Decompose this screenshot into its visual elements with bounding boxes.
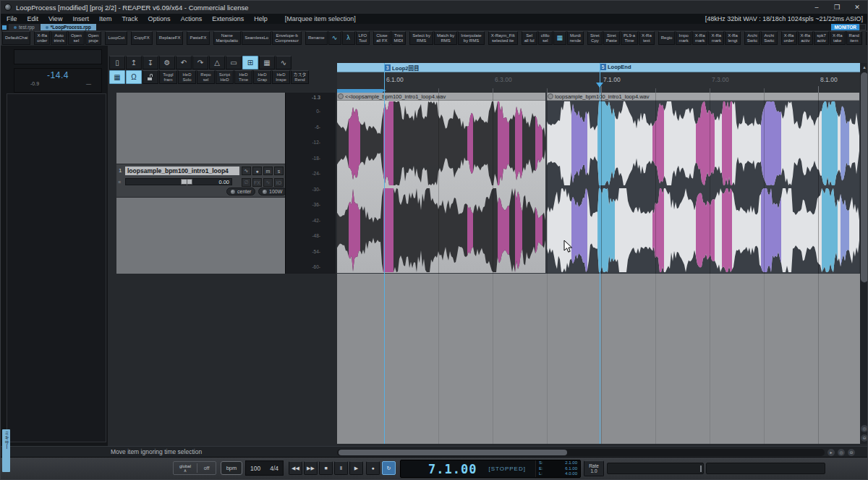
toolbar-button-loopcut[interactable]: LoopCut [105,31,127,45]
item-envelope-icon[interactable]: ∿ [328,31,341,45]
icon-toolbar-button-hed-grap[interactable]: HeD Grap [253,70,271,84]
icon-toolbar-button-script-hed[interactable]: Script HeD [216,70,234,84]
time-signature[interactable]: 4/4 [270,465,278,472]
icon-toolbar-button-toggl-fram[interactable]: Toggl fram [159,70,177,84]
rewind-button[interactable]: ◀◀ [289,461,302,475]
marker-flag[interactable]: 5 [600,64,606,70]
phase-button[interactable]: ∅ [242,178,251,187]
toolbar-button-48kh[interactable]: 48kH [866,31,867,45]
toolbar-button-x-ra-order[interactable]: X-Ra order [781,31,797,45]
toolbar-button-rand-item[interactable]: Rand item [846,31,862,45]
fx-button[interactable]: FX [252,178,262,187]
menu-item[interactable]: Item [99,15,112,22]
toolbar-button-trim-midi[interactable]: Trim MIDI [391,31,407,45]
toolbar-button-x-ra-mark[interactable]: X-Ra mark [692,31,708,45]
take-envelope-icon[interactable]: λ [342,31,355,45]
menu-help[interactable]: Help [254,15,268,22]
zoom-out-vertical-button[interactable]: ⊖ [861,434,868,442]
toolbar-button-pl9-a-time[interactable]: PL9-a Time [621,31,638,45]
pan-knob[interactable]: center [226,188,255,195]
toolbar-button-lfo-tool[interactable]: LFO Tool [356,31,370,45]
volume-slider-handle[interactable] [181,179,192,185]
menu-insert[interactable]: Insert [72,15,89,22]
toolbar-button-x-ra-lengt[interactable]: X-Ra lengt [725,31,741,45]
playrate-slider-extension[interactable] [706,463,825,474]
tempo-value[interactable]: 100 [250,465,260,472]
settings-gear-icon[interactable]: ⚙ [159,56,175,70]
toolbar-button-stret-paste[interactable]: Stret Paste [603,31,620,45]
toolbar-button-seamlesslo[interactable]: SeamlessLo [242,31,271,45]
horizontal-scrollbar-thumb[interactable] [339,450,567,455]
record-arm-button[interactable]: ● [252,167,262,175]
routing-button[interactable]: ∿ [263,178,273,187]
icon-toolbar-button-hed-time[interactable]: HeD Time [234,70,252,84]
toolbar-button-mordi-rende[interactable]: Mordi rende [567,31,584,45]
marker-loopend[interactable]: 5LoopEnd [600,64,631,70]
scroll-up-icon[interactable]: ▴ [860,63,868,72]
track-1-panel[interactable]: 1 ≡ loopsample_bpm100_intro1_loop4 ∿ ● m… [116,164,285,198]
media-item-2-waveform[interactable] [547,101,859,273]
toolbar-button-envelope-b-compressor[interactable]: Envelope-b Compressor [272,31,302,45]
playback-position-display[interactable]: 7.1.00 [STOPPED] S:2.1.00E:6.1.00L:4.0.0… [400,460,581,478]
toolbar-button-pastefx[interactable]: PasteFX [187,31,209,45]
zoom-in-horizontal-button[interactable]: ◎ [838,449,845,456]
toolbar-button-replacefx[interactable]: ReplaceFX [156,31,184,45]
zoom-in-vertical-button[interactable]: ◎ [861,425,868,432]
scroll-right-button[interactable]: ▸ [827,449,835,456]
media-item-1[interactable]: <<loopsample_bpm100_intro1_loop4.wav [337,93,545,274]
new-project-icon[interactable]: ▯ [109,56,125,70]
zoom-out-horizontal-button[interactable]: ⊖ [848,449,855,456]
track-name-field[interactable]: loopsample_bpm100_intro1_loop4 [125,167,239,175]
toolbar-button-sel-all-fol[interactable]: Sel all fol [522,31,537,45]
marker-loop2[interactable]: 3Loop2回目 [384,64,420,72]
solo-button[interactable]: s [274,167,284,175]
unlock-icon[interactable] [142,70,158,84]
toolbar-button-rename[interactable]: Rename [305,31,328,45]
close-button[interactable]: ✕ [847,1,867,14]
render-matrix-icon[interactable]: ▦ [553,31,566,45]
toolbar-button-x-ra-activ[interactable]: X-Ra activ [798,31,814,45]
bpm-mode-button[interactable]: bpm [221,461,242,475]
toolbar-button-spk7-activ[interactable]: spk7 activ [814,31,829,45]
loop-selection-icon[interactable]: Ω [126,70,142,84]
media-item-2[interactable]: loopsample_bpm100_intro1_loop4.wav [547,93,859,274]
monitor-badge[interactable]: MONITOR [831,24,859,30]
toolbar-button-close-all-fx[interactable]: Close all FX [373,31,390,45]
marker-lane[interactable]: 3Loop2回目5LoopEnd [337,63,860,72]
envelope-mode-icon[interactable]: ∿ [276,56,292,70]
arrange-empty-area[interactable] [337,274,860,444]
pause-button[interactable]: Ⅱ [334,461,348,475]
toolbar-button-copyfx[interactable]: CopyFX [131,31,153,45]
track-1-lane[interactable]: <<loopsample_bpm100_intro1_loop4.wav loo… [337,93,860,274]
menu-actions[interactable]: Actions [181,15,203,22]
toolbar-button-open-sel[interactable]: Open sel [68,31,85,45]
item-grouping-icon[interactable]: ⊞ [242,56,258,70]
playrate-slider-handle[interactable] [700,466,702,472]
vertical-scrollbar[interactable]: ▴ ◎ ⊖ [860,63,868,444]
record-button[interactable]: ● [366,461,380,475]
docker-tab[interactable]: ミキサー [2,429,10,472]
global-automation-button[interactable]: global∧ off [173,461,216,475]
toolbar-button-cfillo-sel[interactable]: cfillo sel [538,31,553,45]
toolbar-button-select-by-rms[interactable]: Select by RMS [409,31,433,45]
undo-icon[interactable]: ↶ [176,56,192,70]
project-tab-loopprocess[interactable]: *LoopProcess.rpp [41,24,96,30]
toolbar-button-impo-mark[interactable]: Impo mark [676,31,691,45]
open-project-icon[interactable]: ↥ [126,56,142,70]
toolbar-button-name-manipulatio[interactable]: Name Manipulatio [213,31,242,45]
track-envelope-button[interactable]: ∿ [242,167,251,175]
toolbar-button-archi-switc[interactable]: Archi Switc [761,31,777,45]
toolbar-button-archi-switc[interactable]: Archi Switc [744,31,760,45]
menu-view[interactable]: View [48,15,62,22]
monitor-menu-button[interactable] [859,24,866,30]
stop-button[interactable]: ■ [319,461,333,475]
redo-icon[interactable]: ↷ [192,56,208,70]
timeline-ruler[interactable]: 6.1.006.3.007.1.007.3.008.1.00 [337,72,860,93]
project-tab-test[interactable]: test.rpp [9,24,40,30]
toolbar-button-regio[interactable]: Regio [658,31,676,45]
toolbar-button-x-ra-text[interactable]: X-Ra text [639,31,655,45]
vertical-scrollbar-thumb[interactable] [861,72,868,282]
fast-forward-button[interactable]: ▶▶ [304,461,318,475]
marker-flag[interactable]: 3 [384,64,391,71]
toolbar-button-interpolate-by-rms[interactable]: Interpolate by RMS [458,31,484,45]
